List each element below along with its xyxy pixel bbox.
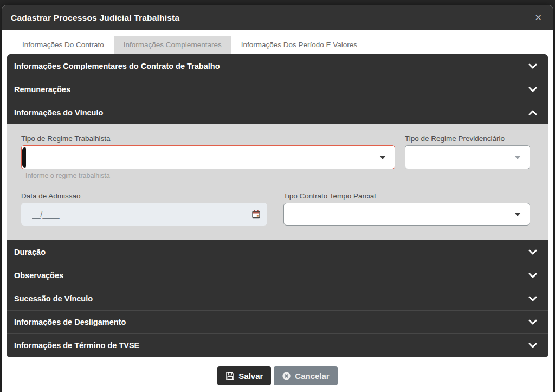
cancel-button-label: Cancelar — [295, 371, 329, 381]
dropdown-caret-icon — [379, 156, 386, 159]
close-icon[interactable]: ✕ — [533, 11, 544, 24]
accordion-informacoes-de-desligamento[interactable]: Informações de Desligamento — [7, 310, 548, 333]
regime-trabalhista-helper: Informe o regime trabalhista — [25, 172, 395, 179]
tab-bar: Informações Do Contrato Informações Comp… — [2, 30, 553, 54]
chevron-down-icon — [528, 319, 537, 325]
dropdown-caret-icon — [514, 213, 521, 216]
regime-previdenciario-select[interactable] — [405, 145, 530, 169]
accordion-label: Remunerações — [14, 85, 70, 94]
save-button[interactable]: Salvar — [217, 366, 271, 385]
accordion-label: Duração — [14, 248, 46, 256]
accordion-label: Observações — [14, 271, 63, 280]
modal-footer: Salvar Cancelar — [2, 357, 553, 385]
accordion-informacoes-termino-tvse[interactable]: Informações de Término de TVSE — [7, 333, 548, 357]
cancel-button[interactable]: Cancelar — [274, 366, 337, 385]
data-admissao-field — [21, 203, 267, 226]
accordion-informacoes-do-vinculo[interactable]: Informações do Vínculo — [7, 101, 548, 124]
regime-trabalhista-select[interactable] — [21, 145, 395, 169]
accordion-sucessao-de-vinculo[interactable]: Sucessão de Vínculo — [7, 287, 548, 310]
accordion-informacoes-complementares-contrato[interactable]: Informações Complementares do Contrato d… — [7, 54, 548, 78]
accordion-remuneracoes[interactable]: Remunerações — [7, 78, 548, 101]
vinculo-panel: Tipo de Regime Trabalhista Informe o reg… — [7, 124, 548, 240]
divider — [246, 207, 246, 222]
accordion-label: Informações Complementares do Contrato d… — [14, 62, 220, 70]
chevron-down-icon — [528, 343, 537, 348]
page-backdrop — [0, 0, 555, 5]
regime-trabalhista-label: Tipo de Regime Trabalhista — [21, 134, 395, 143]
accordion-label: Informações de Término de TVSE — [14, 341, 139, 350]
accordion-label: Informações de Desligamento — [14, 318, 126, 326]
circle-x-icon — [282, 371, 291, 381]
chevron-down-icon — [528, 63, 537, 69]
dropdown-caret-icon — [514, 156, 521, 159]
chevron-down-icon — [528, 87, 537, 92]
data-admissao-label: Data de Admissão — [21, 192, 267, 200]
cadastrar-processo-modal: Cadastrar Processos Judicial Trabalhista… — [2, 5, 553, 392]
accordion-label: Informações do Vínculo — [14, 108, 103, 117]
regime-previdenciario-label: Tipo de Regime Previdenciário — [405, 134, 530, 143]
chevron-up-icon — [528, 110, 537, 115]
tab-informacoes-periodo-valores[interactable]: Informações Dos Período E Valores — [231, 36, 367, 54]
contrato-tempo-parcial-label: Tipo Contrato Tempo Parcial — [283, 192, 530, 200]
modal-title: Cadastrar Processos Judicial Trabalhista — [11, 13, 179, 23]
modal-header: Cadastrar Processos Judicial Trabalhista… — [2, 5, 553, 30]
text-cursor — [22, 147, 26, 168]
accordion-label: Sucessão de Vínculo — [14, 294, 93, 303]
accordion-duracao[interactable]: Duração — [7, 240, 548, 264]
chevron-down-icon — [528, 273, 537, 278]
chevron-down-icon — [528, 249, 537, 255]
accordion-observacoes[interactable]: Observações — [7, 264, 548, 287]
contrato-tempo-parcial-select[interactable] — [283, 203, 530, 226]
calendar-icon[interactable] — [250, 209, 262, 220]
tab-informacoes-complementares[interactable]: Informações Complementares — [114, 36, 231, 54]
data-admissao-input[interactable] — [32, 210, 246, 219]
tab-informacoes-do-contrato[interactable]: Informações Do Contrato — [12, 36, 114, 54]
floppy-disk-icon — [225, 371, 235, 381]
chevron-down-icon — [528, 296, 537, 301]
accordion-group: Informações Complementares do Contrato d… — [7, 54, 548, 357]
save-button-label: Salvar — [238, 371, 263, 381]
